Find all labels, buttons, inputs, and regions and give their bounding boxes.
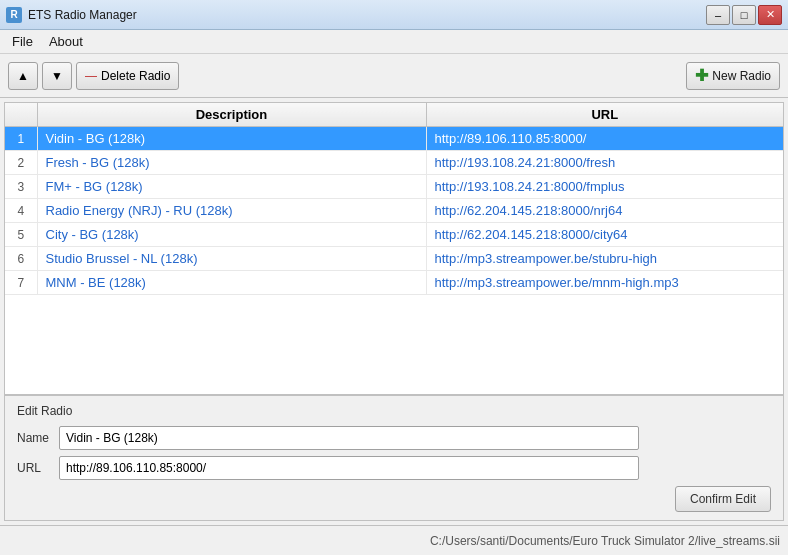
row-url: http://62.204.145.218:8000/nrj64 [426,199,783,223]
down-arrow-icon: ▼ [51,69,63,83]
app-icon: R [6,7,22,23]
col-description: Description [37,103,426,127]
edit-actions: Confirm Edit [17,486,771,512]
file-path: C:/Users/santi/Documents/Euro Truck Simu… [430,534,780,548]
table-row[interactable]: 4Radio Energy (NRJ) - RU (128k)http://62… [5,199,783,223]
col-num [5,103,37,127]
row-num: 3 [5,175,37,199]
maximize-button[interactable]: □ [732,5,756,25]
confirm-edit-button[interactable]: Confirm Edit [675,486,771,512]
table-row[interactable]: 7MNM - BE (128k)http://mp3.streampower.b… [5,271,783,295]
row-description: Studio Brussel - NL (128k) [37,247,426,271]
menu-bar: File About [0,30,788,54]
name-row: Name [17,426,771,450]
delete-radio-button[interactable]: — Delete Radio [76,62,179,90]
table-row[interactable]: 1Vidin - BG (128k)http://89.106.110.85:8… [5,127,783,151]
delete-icon: — [85,69,97,83]
row-url: http://mp3.streampower.be/stubru-high [426,247,783,271]
row-description: Radio Energy (NRJ) - RU (128k) [37,199,426,223]
row-url: http://193.108.24.21:8000/fmplus [426,175,783,199]
up-arrow-icon: ▲ [17,69,29,83]
row-num: 2 [5,151,37,175]
row-description: Fresh - BG (128k) [37,151,426,175]
name-label: Name [17,431,51,445]
app-title: ETS Radio Manager [28,8,706,22]
row-description: FM+ - BG (128k) [37,175,426,199]
table-row[interactable]: 5City - BG (128k)http://62.204.145.218:8… [5,223,783,247]
radio-table: Description URL 1Vidin - BG (128k)http:/… [5,103,783,295]
url-row: URL [17,456,771,480]
row-description: MNM - BE (128k) [37,271,426,295]
move-up-button[interactable]: ▲ [8,62,38,90]
row-description: Vidin - BG (128k) [37,127,426,151]
menu-about[interactable]: About [41,32,91,51]
row-num: 1 [5,127,37,151]
status-bar: C:/Users/santi/Documents/Euro Truck Simu… [0,525,788,555]
row-num: 4 [5,199,37,223]
name-input[interactable] [59,426,639,450]
menu-file[interactable]: File [4,32,41,51]
minimize-button[interactable]: – [706,5,730,25]
new-radio-label: New Radio [712,69,771,83]
title-bar: R ETS Radio Manager – □ ✕ [0,0,788,30]
row-num: 7 [5,271,37,295]
row-num: 6 [5,247,37,271]
move-down-button[interactable]: ▼ [42,62,72,90]
window-controls: – □ ✕ [706,5,782,25]
edit-panel: Edit Radio Name URL Confirm Edit [5,395,783,520]
row-description: City - BG (128k) [37,223,426,247]
row-url: http://62.204.145.218:8000/city64 [426,223,783,247]
table-scroll[interactable]: Description URL 1Vidin - BG (128k)http:/… [5,103,783,394]
main-content: Description URL 1Vidin - BG (128k)http:/… [4,102,784,521]
close-button[interactable]: ✕ [758,5,782,25]
url-input[interactable] [59,456,639,480]
url-label: URL [17,461,51,475]
radio-table-container: Description URL 1Vidin - BG (128k)http:/… [5,103,783,395]
table-row[interactable]: 2Fresh - BG (128k)http://193.108.24.21:8… [5,151,783,175]
edit-panel-title: Edit Radio [17,404,771,418]
col-url: URL [426,103,783,127]
row-url: http://89.106.110.85:8000/ [426,127,783,151]
row-url: http://mp3.streampower.be/mnm-high.mp3 [426,271,783,295]
row-num: 5 [5,223,37,247]
plus-icon: ✚ [695,66,708,85]
table-row[interactable]: 3FM+ - BG (128k)http://193.108.24.21:800… [5,175,783,199]
table-row[interactable]: 6Studio Brussel - NL (128k)http://mp3.st… [5,247,783,271]
toolbar: ▲ ▼ — Delete Radio ✚ New Radio [0,54,788,98]
row-url: http://193.108.24.21:8000/fresh [426,151,783,175]
delete-radio-label: Delete Radio [101,69,170,83]
new-radio-button[interactable]: ✚ New Radio [686,62,780,90]
